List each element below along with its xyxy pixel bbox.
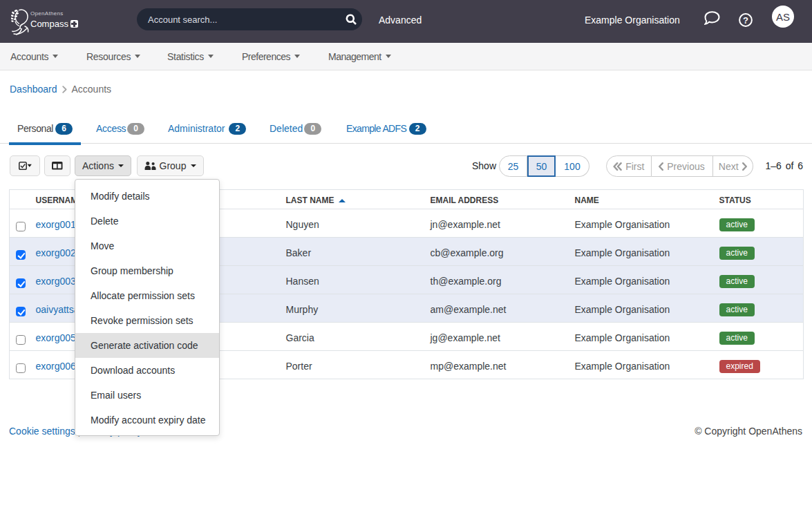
svg-text:?: ? xyxy=(743,15,748,26)
